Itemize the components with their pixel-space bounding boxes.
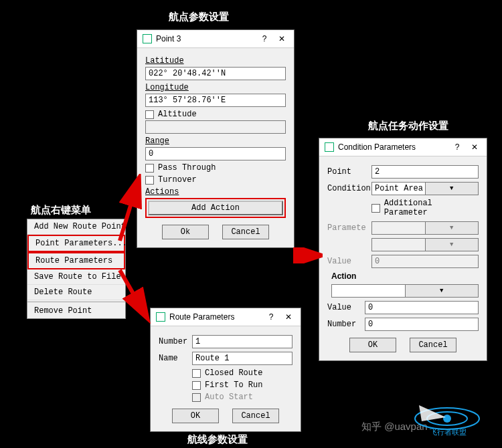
range-input[interactable] [145, 147, 286, 160]
parameter-combo[interactable]: ▼ [371, 221, 479, 235]
svg-line-1 [120, 270, 147, 317]
longitude-label: Longitude [145, 83, 286, 92]
additional-parameter-checkbox[interactable] [371, 204, 380, 213]
value2-label: Value [327, 303, 362, 312]
action-heading: Action [331, 271, 479, 281]
logo-text: 飞行者联盟 [430, 428, 467, 436]
close-button[interactable]: ✕ [282, 311, 295, 323]
logo-feixingzhe: 飞行者联盟 [406, 399, 493, 439]
point-parameters-dialog: Point 3 ? ✕ Latitude Longitude Altitude … [137, 29, 295, 248]
menu-delete-route[interactable]: Delete Route [27, 285, 125, 300]
pass-through-checkbox[interactable] [145, 164, 154, 173]
chevron-down-icon: ▼ [405, 285, 479, 297]
app-icon [156, 312, 165, 322]
route-dialog-titlebar: Route Parameters ? ✕ [151, 308, 301, 326]
menu-separator [27, 302, 125, 302]
turnover-checkbox[interactable] [145, 176, 154, 185]
altitude-label: Altitude [158, 110, 197, 119]
unnamed-combo[interactable]: ▼ [371, 238, 479, 251]
chevron-down-icon: ▼ [425, 239, 479, 251]
arrow-to-route-dialog [116, 266, 156, 326]
value2-input[interactable] [365, 301, 479, 314]
value-input[interactable] [371, 255, 479, 268]
auto-start-label: Auto Start [205, 393, 253, 402]
menu-route-parameters[interactable]: Route Parameters [27, 252, 125, 269]
point-dialog-title: Point 3 [156, 34, 181, 43]
name-input[interactable] [192, 352, 292, 365]
latitude-input[interactable] [145, 67, 286, 80]
name-label: Name [159, 354, 189, 363]
turnover-label: Turnover [158, 175, 197, 185]
point-ok-button[interactable]: Ok [162, 225, 209, 239]
app-icon [325, 142, 334, 152]
value-label: Value [327, 257, 369, 266]
menu-save-route-to-file[interactable]: Save Route to File [27, 269, 125, 285]
action-combo[interactable]: ▼ [331, 284, 479, 298]
section-context-menu: 航点右键菜单 [31, 204, 91, 217]
condition-combo-value: Point Area In [372, 184, 425, 193]
section-condition-params: 航点任务动作设置 [368, 120, 448, 132]
point-dialog-titlebar: Point 3 ? ✕ [137, 30, 294, 48]
condition-label: Condition [327, 184, 369, 193]
auto-start-checkbox[interactable] [192, 393, 201, 402]
condition-parameters-dialog: Condition Parameters ? ✕ Point Condition… [319, 138, 487, 361]
menu-add-new-route-point[interactable]: Add New Route Point [27, 219, 125, 235]
additional-parameter-label: Additional Parameter [384, 199, 479, 217]
add-action-highlight: Add Action [145, 198, 286, 218]
chevron-down-icon: ▼ [425, 183, 479, 195]
altitude-checkbox[interactable] [145, 110, 154, 119]
longitude-input[interactable] [145, 94, 286, 107]
help-button[interactable]: ? [264, 311, 278, 323]
actions-label: Actions [145, 187, 286, 197]
point-input[interactable] [371, 165, 479, 179]
cond-ok-button[interactable]: OK [349, 338, 396, 352]
number-label: Number [159, 337, 189, 346]
app-icon [143, 34, 152, 43]
number-input[interactable] [192, 335, 292, 348]
help-button[interactable]: ? [258, 33, 271, 45]
route-parameters-dialog: Route Parameters ? ✕ Number Name Closed … [150, 308, 301, 432]
cond-dialog-titlebar: Condition Parameters ? ✕ [319, 138, 487, 156]
menu-point-parameters[interactable]: Point Parameters... [27, 235, 125, 252]
point-label: Point [327, 167, 369, 177]
svg-point-5 [443, 415, 451, 423]
section-waypoint-params: 航点参数设置 [169, 11, 229, 23]
arrow-to-point-dialog [116, 174, 146, 247]
close-button[interactable]: ✕ [275, 33, 288, 45]
add-action-button[interactable]: Add Action [148, 201, 283, 215]
latitude-label: Latitude [145, 56, 286, 66]
cond-dialog-title: Condition Parameters [338, 142, 416, 152]
chevron-down-icon: ▼ [425, 222, 479, 234]
arrow-to-condition-dialog [293, 247, 323, 263]
pass-through-label: Pass Through [158, 163, 216, 173]
route-dialog-title: Route Parameters [169, 312, 234, 322]
closed-route-checkbox[interactable] [192, 369, 201, 378]
condition-combo[interactable]: Point Area In ▼ [371, 182, 479, 195]
altitude-input[interactable] [145, 120, 286, 134]
first-to-run-checkbox[interactable] [192, 381, 201, 390]
svg-line-0 [120, 179, 139, 241]
parameter-label: Paramete [327, 223, 369, 233]
first-to-run-label: First To Run [205, 380, 262, 390]
number2-label: Number [327, 320, 362, 329]
number2-input[interactable] [365, 318, 479, 331]
help-button[interactable]: ? [450, 141, 464, 153]
cond-cancel-button[interactable]: Cancel [410, 338, 456, 352]
menu-remove-point[interactable]: Remove Point [27, 304, 125, 318]
route-cancel-button[interactable]: Cancel [232, 409, 279, 423]
range-label: Range [145, 136, 286, 146]
point-cancel-button[interactable]: Cancel [222, 225, 269, 239]
context-menu: Add New Route Point Point Parameters... … [27, 219, 126, 319]
close-button[interactable]: ✕ [468, 141, 481, 153]
closed-route-label: Closed Route [205, 368, 262, 378]
section-route-params: 航线参数设置 [187, 433, 248, 446]
route-ok-button[interactable]: OK [172, 409, 219, 423]
